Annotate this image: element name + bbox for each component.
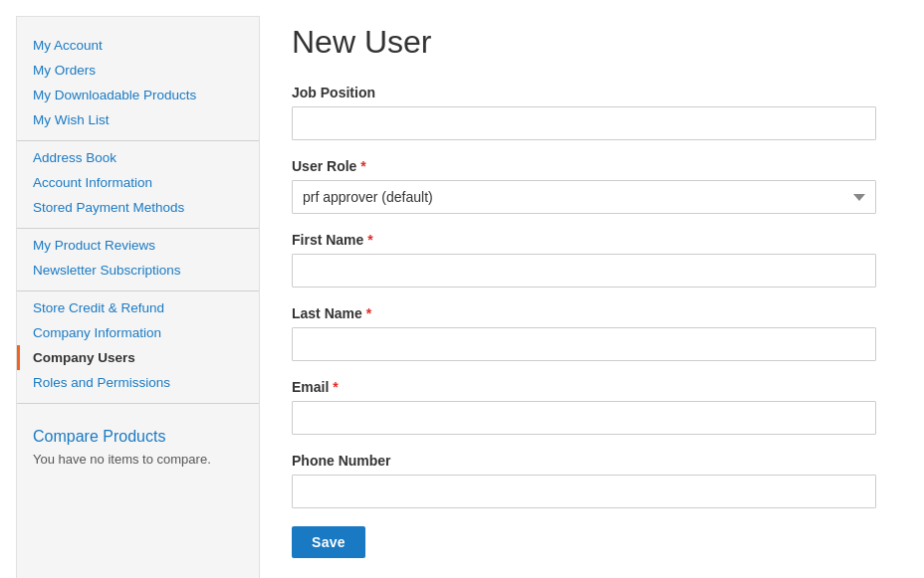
sidebar-item-company-information[interactable]: Company Information [17, 320, 259, 345]
job-position-input[interactable] [292, 106, 876, 140]
phone-number-group: Phone Number [292, 453, 876, 508]
user-role-group: User Role* prf approver (default) [292, 158, 876, 214]
sidebar-item-company-users[interactable]: Company Users [17, 345, 259, 370]
job-position-group: Job Position [292, 85, 876, 140]
first-name-label: First Name* [292, 232, 876, 248]
phone-number-input[interactable] [292, 475, 876, 508]
sidebar-item-stored-payment-methods[interactable]: Stored Payment Methods [17, 195, 259, 220]
user-role-select-wrapper: prf approver (default) [292, 180, 876, 214]
save-button[interactable]: Save [292, 526, 365, 558]
sidebar-group-2: Address Book Account Information Stored … [17, 145, 259, 229]
sidebar-item-newsletter-subscriptions[interactable]: Newsletter Subscriptions [17, 258, 259, 283]
sidebar: My Account My Orders My Downloadable Pro… [16, 16, 260, 578]
job-position-label: Job Position [292, 85, 876, 100]
main-content: New User Job Position User Role* prf app… [260, 16, 908, 578]
page-container: My Account My Orders My Downloadable Pro… [0, 0, 924, 578]
last-name-group: Last Name* [292, 305, 876, 361]
last-name-required-star: * [366, 305, 371, 321]
sidebar-item-my-account[interactable]: My Account [17, 33, 259, 58]
first-name-group: First Name* [292, 232, 876, 288]
sidebar-item-address-book[interactable]: Address Book [17, 145, 259, 170]
sidebar-item-my-orders[interactable]: My Orders [17, 58, 259, 83]
sidebar-item-roles-and-permissions[interactable]: Roles and Permissions [17, 370, 259, 395]
last-name-input[interactable] [292, 327, 876, 361]
compare-section: Compare Products You have no items to co… [17, 408, 259, 467]
compare-products-title: Compare Products [33, 428, 243, 446]
sidebar-item-product-reviews[interactable]: My Product Reviews [17, 233, 259, 258]
sidebar-item-store-credit-refund[interactable]: Store Credit & Refund [17, 295, 259, 320]
form-actions: Save [292, 526, 876, 558]
sidebar-item-account-information[interactable]: Account Information [17, 170, 259, 195]
email-group: Email* [292, 379, 876, 435]
new-user-form: Job Position User Role* prf approver (de… [292, 85, 876, 558]
sidebar-group-1: My Account My Orders My Downloadable Pro… [17, 33, 259, 141]
user-role-select[interactable]: prf approver (default) [292, 180, 876, 214]
sidebar-group-4: Store Credit & Refund Company Informatio… [17, 295, 259, 404]
compare-products-text: You have no items to compare. [33, 452, 243, 467]
phone-number-label: Phone Number [292, 453, 876, 469]
sidebar-item-downloadable-products[interactable]: My Downloadable Products [17, 83, 259, 107]
page-title: New User [292, 24, 876, 61]
email-input[interactable] [292, 401, 876, 435]
user-role-label: User Role* [292, 158, 876, 174]
sidebar-item-wish-list[interactable]: My Wish List [17, 107, 259, 132]
sidebar-group-3: My Product Reviews Newsletter Subscripti… [17, 233, 259, 291]
email-required-star: * [333, 379, 338, 395]
user-role-required-star: * [360, 158, 365, 174]
email-label: Email* [292, 379, 876, 395]
first-name-required-star: * [367, 232, 372, 248]
first-name-input[interactable] [292, 254, 876, 288]
last-name-label: Last Name* [292, 305, 876, 321]
